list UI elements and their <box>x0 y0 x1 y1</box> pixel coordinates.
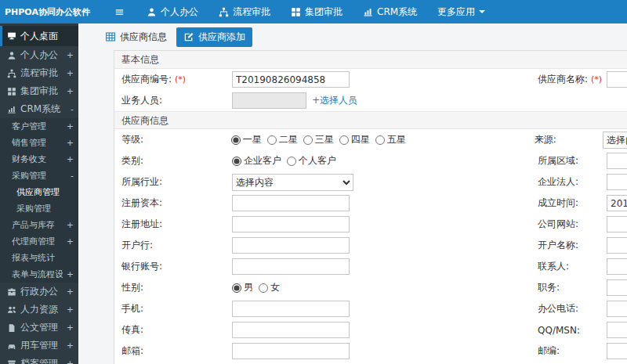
side-document-mgmt-label: 公文管理 <box>20 321 63 334</box>
side-document-mgmt[interactable]: 公文管理+ <box>0 319 78 337</box>
section-header: 基本信息 <box>114 51 627 69</box>
flow-icon <box>219 7 229 17</box>
qq-msn-input[interactable] <box>607 322 627 338</box>
level-radio[interactable] <box>231 135 241 145</box>
side-product-inventory[interactable]: 产品与库存+ <box>0 217 78 233</box>
gender-option-1[interactable]: 女 <box>259 281 280 294</box>
nav-more-apps[interactable]: 更多应用 <box>427 0 495 23</box>
bank-account-input[interactable] <box>232 258 350 275</box>
founded-date-input[interactable] <box>607 195 627 211</box>
level-option-4[interactable]: 五星 <box>375 133 406 146</box>
chart-icon <box>363 7 373 17</box>
source-select[interactable]: 选择内容 <box>603 132 627 149</box>
registered-address-label-text: 注册地址: <box>121 218 162 229</box>
region-input[interactable] <box>607 153 627 169</box>
founded-date-label-text: 成立时间: <box>538 197 578 208</box>
business-person-input[interactable] <box>232 92 306 109</box>
position-input[interactable] <box>607 279 627 296</box>
side-reports-stats-label: 报表与统计 <box>12 252 74 264</box>
supplier-no-label-text: 供应商编号: <box>121 74 172 85</box>
side-process-approval[interactable]: 流程审批+ <box>0 64 78 82</box>
side-hr[interactable]: 人力资源+ <box>0 301 78 319</box>
tab-supplier-info[interactable]: 供应商信息 <box>102 27 170 47</box>
office-phone-label: 办公电话: <box>538 302 607 315</box>
level-option-2[interactable]: 三星 <box>303 133 334 146</box>
mobile-input[interactable] <box>232 301 350 317</box>
supplier-name-input[interactable] <box>607 71 627 88</box>
expand-plus-icon: + <box>67 323 74 333</box>
sidebar: 个人桌面个人办公+流程审批+集团审批+CRM系统-客户管理+销售管理+财务收支+… <box>0 23 78 364</box>
level-option-0[interactable]: 一星 <box>231 133 262 146</box>
website-label-text: 公司网站: <box>538 218 578 229</box>
category-radio[interactable] <box>232 157 241 166</box>
email-input[interactable] <box>232 343 350 359</box>
side-customer-mgmt-label: 客户管理 <box>12 121 63 132</box>
category-label: 类别: <box>114 154 232 168</box>
side-crm-system[interactable]: CRM系统- <box>0 100 78 118</box>
contact-input[interactable] <box>607 258 627 275</box>
people-icon <box>7 305 16 315</box>
gender-option-0[interactable]: 男 <box>232 281 253 294</box>
category-option-label: 企业客户 <box>244 154 281 168</box>
bank-input[interactable] <box>232 237 350 254</box>
gender-radio[interactable] <box>232 283 241 293</box>
side-supplier-mgmt[interactable]: 供应商管理 <box>0 184 78 200</box>
office-phone-input[interactable] <box>607 301 627 317</box>
side-personal-desktop-label: 个人桌面 <box>20 30 74 43</box>
fax-input[interactable] <box>232 322 350 338</box>
hamburger-menu-icon[interactable] <box>108 0 130 23</box>
registered-capital-field <box>232 195 538 211</box>
gender-radio[interactable] <box>259 283 268 293</box>
source-label: 来源: <box>535 133 603 146</box>
gender-option-label: 女 <box>270 281 280 294</box>
category-radio[interactable] <box>287 157 296 166</box>
nav-crm-system[interactable]: CRM系统 <box>353 0 427 23</box>
side-form-process-settings[interactable]: 表单与流程设置+ <box>0 266 78 283</box>
registered-address-label: 注册地址: <box>114 218 232 231</box>
level-radio[interactable] <box>339 135 349 145</box>
supplier-name-field <box>607 71 627 88</box>
registered-address-input[interactable] <box>232 216 350 232</box>
side-personal-office[interactable]: 个人办公+ <box>0 46 78 64</box>
side-finance[interactable]: 财务收支+ <box>0 151 78 168</box>
side-group-approval[interactable]: 集团审批+ <box>0 82 78 100</box>
side-supplier-mgmt-label: 供应商管理 <box>16 186 74 198</box>
side-reports-stats[interactable]: 报表与统计 <box>0 250 78 266</box>
side-purchase-mgmt[interactable]: 采购管理- <box>0 168 78 184</box>
expand-plus-icon: + <box>67 138 74 148</box>
level-option-1[interactable]: 二星 <box>267 133 298 146</box>
website-input[interactable] <box>607 216 627 232</box>
side-vehicle-mgmt[interactable]: 用车管理+ <box>0 337 78 355</box>
registered-capital-input[interactable] <box>232 195 350 211</box>
nav-group-approval[interactable]: 集团审批 <box>281 0 353 23</box>
tab-supplier-add[interactable]: 供应商添加 <box>176 27 252 47</box>
postcode-input[interactable] <box>607 343 627 359</box>
side-archive-mgmt[interactable]: 档案管理+ <box>0 355 78 364</box>
side-customer-mgmt[interactable]: 客户管理+ <box>0 118 78 135</box>
category-option-1[interactable]: 个人客户 <box>287 154 336 168</box>
account-name-label: 开户名称: <box>538 239 607 252</box>
category-label-text: 类别: <box>121 155 143 166</box>
side-admin-office[interactable]: 行政办公+ <box>0 283 78 301</box>
level-radio[interactable] <box>303 135 313 145</box>
level-radio[interactable] <box>267 135 277 145</box>
org-icon <box>291 7 301 17</box>
business-person-picker-link[interactable]: +选择人员 <box>312 94 357 107</box>
supplier-no-input[interactable] <box>232 71 350 88</box>
level-radio[interactable] <box>375 135 385 145</box>
legal-person-input[interactable] <box>607 174 627 190</box>
industry-select[interactable]: 选择内容 <box>232 174 353 191</box>
nav-personal-office[interactable]: 个人办公 <box>136 0 208 23</box>
account-name-input[interactable] <box>607 237 627 254</box>
level-option-3[interactable]: 四星 <box>339 133 370 146</box>
nav-process-approval[interactable]: 流程审批 <box>208 0 281 23</box>
category-option-0[interactable]: 企业客户 <box>232 154 281 168</box>
side-sales-mgmt[interactable]: 销售管理+ <box>0 135 78 151</box>
founded-date-label: 成立时间: <box>538 196 607 210</box>
side-personal-desktop[interactable]: 个人桌面 <box>0 26 78 46</box>
level-option-label: 二星 <box>279 133 298 146</box>
side-agent-mgmt[interactable]: 代理商管理+ <box>0 233 78 250</box>
caret-down-icon <box>479 10 485 16</box>
side-purchase[interactable]: 采购管理 <box>0 200 78 217</box>
contact-field <box>607 258 627 275</box>
